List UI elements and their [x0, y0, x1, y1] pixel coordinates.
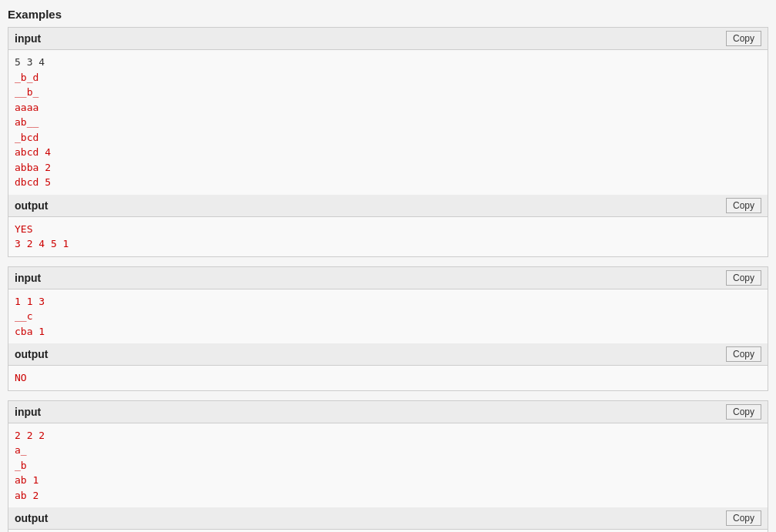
input-line: 2 2 2	[15, 428, 761, 443]
output-line: 3 2 4 5 1	[15, 236, 761, 252]
page-title: Examples	[8, 8, 768, 21]
example-block-2: inputCopy1 1 3__ccba 1outputCopyNO	[8, 266, 768, 391]
input-header-2: inputCopy	[8, 267, 768, 289]
output-label-3: output	[15, 512, 48, 524]
input-label-2: input	[15, 272, 41, 284]
input-line: 5 3 4	[15, 55, 761, 70]
example-block-3: inputCopy2 2 2a__bab 1ab 2outputCopyNO	[8, 400, 768, 533]
output-copy-button-3[interactable]: Copy	[726, 510, 761, 526]
output-header-3: outputCopy	[8, 507, 768, 530]
output-line: YES	[15, 222, 761, 237]
input-line: 1 1 3	[15, 294, 761, 309]
output-copy-button-2[interactable]: Copy	[726, 346, 761, 362]
input-line: __b_	[15, 85, 761, 100]
output-content-1: YES3 2 4 5 1	[8, 217, 768, 256]
input-line: cba 1	[15, 324, 761, 340]
output-label-1: output	[15, 199, 48, 212]
input-line: dbcd 5	[15, 175, 761, 190]
input-line: ab 1	[15, 473, 761, 488]
examples-container: inputCopy5 3 4_b_d__b_aaaaab___bcdabcd 4…	[8, 27, 768, 532]
input-content-3: 2 2 2a__bab 1ab 2	[8, 423, 768, 508]
example-block-1: inputCopy5 3 4_b_d__b_aaaaab___bcdabcd 4…	[8, 27, 768, 257]
output-header-2: outputCopy	[8, 343, 768, 366]
input-label-1: input	[15, 32, 41, 45]
input-line: ab__	[15, 115, 761, 130]
input-copy-button-1[interactable]: Copy	[726, 31, 761, 46]
output-header-1: outputCopy	[8, 195, 768, 217]
input-line: ab 2	[15, 488, 761, 504]
input-content-1: 5 3 4_b_d__b_aaaaab___bcdabcd 4abba 2dbc…	[8, 50, 768, 195]
input-copy-button-3[interactable]: Copy	[726, 404, 761, 420]
input-line: _b_d	[15, 70, 761, 85]
input-line: _bcd	[15, 130, 761, 146]
input-label-3: input	[15, 406, 41, 418]
output-content-2: NO	[8, 366, 768, 390]
output-label-2: output	[15, 348, 48, 360]
input-line: a_	[15, 443, 761, 458]
output-copy-button-1[interactable]: Copy	[726, 198, 761, 213]
input-content-2: 1 1 3__ccba 1	[8, 289, 768, 344]
input-line: aaaa	[15, 100, 761, 115]
input-line: abba 2	[15, 160, 761, 176]
input-copy-button-2[interactable]: Copy	[726, 270, 761, 286]
input-header-1: inputCopy	[8, 28, 768, 50]
output-line: NO	[15, 370, 761, 386]
input-line: __c	[15, 309, 761, 324]
input-line: abcd 4	[15, 145, 761, 160]
input-header-3: inputCopy	[8, 401, 768, 423]
input-line: _b	[15, 458, 761, 473]
